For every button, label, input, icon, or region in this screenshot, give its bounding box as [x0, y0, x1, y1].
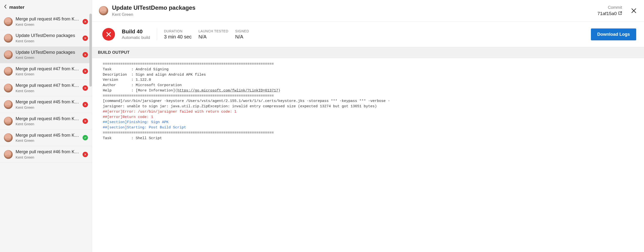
commit-author: Kent Green: [16, 89, 80, 93]
commit-title: Update UITestDemo packages: [112, 4, 594, 11]
avatar: [4, 100, 13, 109]
metric-signed: SIGNED N/A: [235, 29, 249, 40]
commit-author: Kent Green: [16, 138, 80, 143]
status-failed-icon: [82, 152, 88, 157]
metric-value: N/A: [198, 34, 228, 40]
commit-author: Kent Green: [16, 155, 80, 160]
commit-text: Update UITestDemo packagesKent Green: [16, 50, 80, 60]
commit-author: Kent Green: [16, 39, 80, 43]
commit-text: Merge pull request #45 from Kin…Kent Gre…: [16, 133, 80, 143]
commit-text: Merge pull request #47 from Kin…Kent Gre…: [16, 83, 80, 93]
log-line: Description : Sign and align Android APK…: [103, 73, 206, 77]
avatar: [4, 84, 13, 92]
log-line: ========================================…: [103, 62, 274, 66]
status-failed-icon: [82, 52, 88, 57]
commit-item[interactable]: Merge pull request #47 from Kin…Kent Gre…: [0, 80, 92, 96]
commit-ref-link[interactable]: Commit 71af15a0: [598, 5, 622, 17]
commit-author: Kent Green: [16, 72, 80, 77]
metric-launch-tested: LAUNCH TESTED N/A: [198, 29, 228, 40]
commit-text: Merge pull request #45 from Kin…Kent Gre…: [16, 16, 80, 27]
commit-item[interactable]: Merge pull request #45 from Kin…Kent Gre…: [0, 113, 92, 130]
avatar: [4, 50, 13, 59]
log-line: Help : [More Information](https://go.mic…: [103, 89, 280, 93]
commit-title: Merge pull request #45 from Kin…: [16, 16, 80, 22]
log-section-line: ##[section]Starting: Post Build Script: [103, 126, 186, 130]
commit-title: Merge pull request #46 from Kin…: [16, 149, 80, 155]
external-link-icon: [618, 10, 622, 17]
avatar: [4, 133, 13, 142]
avatar: [4, 17, 13, 26]
log-section-line: ##[section]Finishing: Sign APK: [103, 120, 168, 124]
avatar: [4, 34, 13, 42]
commit-author: Kent Green: [16, 55, 80, 60]
commit-text: Merge pull request #45 from Kin…Kent Gre…: [16, 99, 80, 110]
avatar: [4, 150, 13, 159]
log-error-line: ##[error]Return code: 1: [103, 115, 153, 119]
branch-back-button[interactable]: master: [0, 0, 92, 13]
commit-ref-label: Commit: [598, 5, 622, 10]
commit-title: Merge pull request #45 from Kin…: [16, 133, 80, 138]
branch-name: master: [9, 5, 24, 10]
status-failed-icon: [82, 35, 88, 41]
log-error-line: ##[error]Error: /usr/bin/jarsigner faile…: [103, 110, 236, 114]
build-output-header: BUILD OUTPUT: [92, 47, 644, 58]
commit-author: Kent Green: [16, 22, 80, 27]
chevron-left-icon: [4, 4, 7, 10]
metric-value: N/A: [235, 34, 249, 40]
build-id: Build 40: [122, 28, 150, 35]
status-failed-icon: [82, 118, 88, 124]
log-line: [command]/usr/bin/jarsigner -keystore /U…: [103, 99, 390, 103]
commit-item[interactable]: Merge pull request #46 from Kin…Kent Gre…: [0, 146, 92, 163]
commit-author: Kent Green: [112, 12, 594, 17]
log-line: Task : Android Signing: [103, 67, 168, 71]
avatar: [99, 6, 108, 15]
commit-text: Merge pull request #45 from Kin…Kent Gre…: [16, 116, 80, 126]
metric-label: LAUNCH TESTED: [198, 29, 228, 33]
commit-title: Update UITestDemo packages: [16, 50, 80, 55]
sidebar: master Merge pull request #45 from Kin…K…: [0, 0, 92, 252]
commit-hash: 71af15a0: [598, 10, 617, 17]
commit-item[interactable]: Update UITestDemo packagesKent Green: [0, 47, 92, 63]
status-failed-icon: [82, 102, 88, 107]
log-line: ========================================…: [103, 131, 274, 135]
log-line: Task : Shell Script: [103, 136, 162, 140]
log-line: jarsigner: unable to sign jar: java.util…: [103, 104, 377, 108]
commit-text: Update UITestDemo packagesKent Green: [16, 33, 80, 43]
commit-item[interactable]: Merge pull request #47 from Kin…Kent Gre…: [0, 63, 92, 80]
metric-value: 3 min 40 sec: [164, 34, 192, 40]
commit-item[interactable]: Merge pull request #45 from Kin…Kent Gre…: [0, 96, 92, 113]
avatar: [4, 117, 13, 126]
commit-title: Merge pull request #45 from Kin…: [16, 99, 80, 105]
commit-title: Merge pull request #47 from Kin…: [16, 83, 80, 88]
log-line: ========================================…: [103, 94, 274, 98]
commit-list[interactable]: Merge pull request #45 from Kin…Kent Gre…: [0, 13, 92, 252]
divider: [157, 28, 157, 40]
commit-item[interactable]: Merge pull request #45 from Kin…Kent Gre…: [0, 13, 92, 30]
build-summary: Build 40 Automatic build DURATION 3 min …: [92, 22, 644, 47]
detail-header: Update UITestDemo packages Kent Green Co…: [92, 0, 644, 22]
status-failed-icon: [82, 85, 88, 91]
commit-text: Merge pull request #46 from Kin…Kent Gre…: [16, 149, 80, 160]
close-button[interactable]: [630, 7, 637, 14]
commit-text: Merge pull request #47 from Kin…Kent Gre…: [16, 66, 80, 77]
log-line: Author : Microsoft Corporation: [103, 83, 182, 87]
build-output[interactable]: ========================================…: [92, 58, 644, 252]
commit-author: Kent Green: [16, 105, 80, 110]
commit-title: Merge pull request #45 from Kin…: [16, 116, 80, 122]
commit-item[interactable]: Merge pull request #45 from Kin…Kent Gre…: [0, 130, 92, 146]
metric-label: DURATION: [164, 29, 192, 33]
log-line: Version : 1.122.0: [103, 78, 151, 82]
download-logs-button[interactable]: Download Logs: [591, 28, 636, 40]
metric-label: SIGNED: [235, 29, 249, 33]
metric-duration: DURATION 3 min 40 sec: [164, 29, 192, 40]
status-success-icon: [82, 135, 88, 140]
help-link[interactable]: https://go.microsoft.com/fwlink/?LinkID=…: [177, 89, 278, 93]
commit-item[interactable]: Update UITestDemo packagesKent Green: [0, 30, 92, 46]
status-failed-icon: [82, 19, 88, 24]
status-failed-icon: [82, 69, 88, 74]
commit-author: Kent Green: [16, 122, 80, 126]
detail-pane: Update UITestDemo packages Kent Green Co…: [92, 0, 644, 252]
avatar: [4, 67, 13, 76]
build-status-failed-icon: [102, 28, 115, 41]
commit-title: Merge pull request #47 from Kin…: [16, 66, 80, 72]
